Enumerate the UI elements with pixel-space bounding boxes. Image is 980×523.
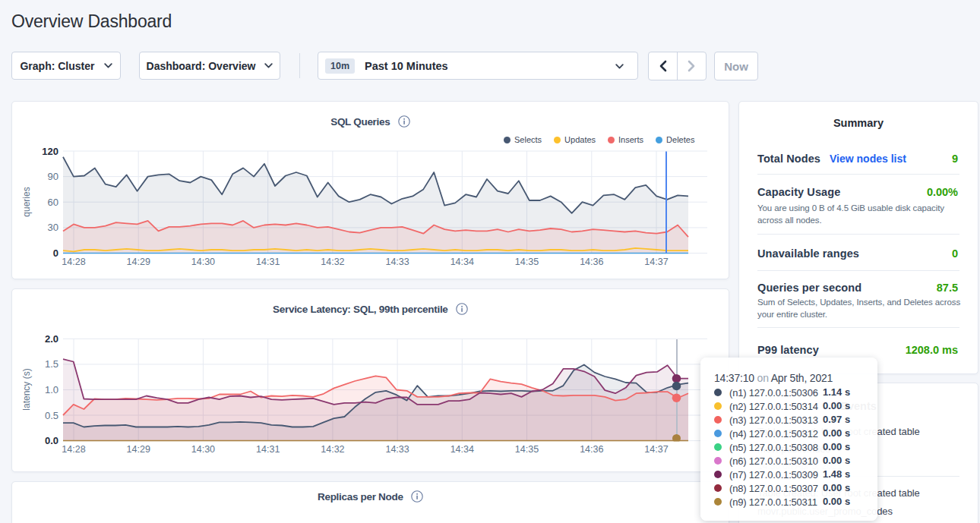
svg-text:60: 60: [48, 197, 58, 208]
svg-text:14:30: 14:30: [191, 444, 215, 455]
svg-text:1.5: 1.5: [45, 358, 58, 370]
svg-text:14:28: 14:28: [62, 257, 85, 267]
svg-text:queries: queries: [21, 187, 32, 216]
svg-text:14:35: 14:35: [515, 257, 539, 267]
svg-text:14:31: 14:31: [256, 257, 280, 267]
svg-text:14:31: 14:31: [256, 444, 280, 455]
svg-text:0.0: 0.0: [45, 435, 58, 446]
svg-text:14:36: 14:36: [580, 444, 603, 455]
svg-text:14:34: 14:34: [450, 444, 474, 455]
svg-text:14:35: 14:35: [515, 444, 539, 455]
svg-text:14:28: 14:28: [62, 444, 85, 455]
svg-text:30: 30: [48, 222, 58, 233]
svg-text:14:37: 14:37: [644, 257, 668, 267]
svg-text:14:37: 14:37: [644, 444, 668, 455]
svg-text:90: 90: [48, 171, 58, 182]
svg-text:14:33: 14:33: [385, 257, 409, 267]
svg-text:0: 0: [53, 247, 58, 259]
svg-text:14:32: 14:32: [321, 444, 344, 455]
svg-text:14:33: 14:33: [385, 444, 409, 455]
svg-text:latency (s): latency (s): [21, 368, 32, 410]
svg-text:14:29: 14:29: [127, 444, 150, 455]
svg-text:14:34: 14:34: [450, 257, 474, 267]
svg-text:14:32: 14:32: [321, 257, 344, 267]
svg-text:14:36: 14:36: [580, 257, 603, 267]
svg-text:2.0: 2.0: [45, 333, 58, 345]
svg-text:0.5: 0.5: [45, 410, 58, 421]
svg-text:14:30: 14:30: [191, 257, 215, 267]
svg-text:120: 120: [42, 146, 58, 157]
svg-text:1.0: 1.0: [45, 384, 58, 395]
svg-text:14:29: 14:29: [127, 257, 150, 267]
